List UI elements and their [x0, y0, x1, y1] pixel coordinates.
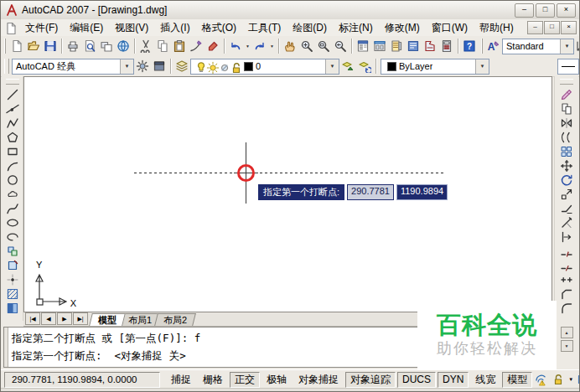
insert-block-button[interactable] [4, 244, 21, 258]
construction-line-button[interactable] [4, 101, 21, 116]
zoom-window-button[interactable] [315, 38, 332, 54]
next-tab-button[interactable]: ▶ [57, 312, 72, 325]
communication-center-button[interactable]: ! [533, 372, 548, 387]
toolbar-grip[interactable] [560, 79, 573, 85]
status-flyout-button[interactable]: ▼ [568, 377, 573, 382]
qnew-button[interactable] [8, 38, 25, 54]
paste-button[interactable] [171, 38, 188, 54]
dropdown-arrow-icon[interactable]: ▼ [560, 39, 573, 54]
zoom-previous-button[interactable] [332, 38, 349, 54]
coordinate-readout[interactable]: 290.7781, 1190.9894, 0.0000 [4, 372, 160, 388]
scroll-down-button[interactable]: ▼ [561, 340, 573, 352]
toolbar-grip[interactable] [6, 79, 19, 85]
toolbar-grip[interactable] [481, 39, 483, 54]
design-center-button[interactable] [371, 38, 388, 54]
match-properties-button[interactable] [188, 38, 205, 54]
last-tab-button[interactable]: ▶| [73, 312, 88, 325]
trim-button[interactable] [558, 215, 575, 230]
clean-screen-button[interactable] [576, 372, 580, 387]
menu-help[interactable]: 帮助(H) [474, 19, 520, 37]
close-button[interactable]: × [557, 3, 576, 18]
workspace-settings-button[interactable] [134, 58, 151, 75]
zoom-realtime-button[interactable] [298, 38, 315, 54]
rotate-button[interactable] [558, 173, 575, 187]
break-button[interactable] [558, 258, 575, 272]
join-button[interactable] [558, 272, 575, 286]
help-button[interactable]: ? [461, 38, 478, 54]
revision-cloud-button[interactable] [4, 187, 21, 201]
chamfer-button[interactable] [558, 286, 575, 301]
color-dropdown[interactable]: ByLayer ▼ [381, 59, 489, 75]
plot-preview-button[interactable] [81, 38, 98, 54]
offset-button[interactable] [558, 130, 575, 144]
tab-layout2[interactable]: 布局2 [154, 313, 196, 326]
menu-view[interactable]: 视图(V) [109, 19, 154, 37]
move-button[interactable] [558, 158, 575, 173]
dynamic-input-y-field[interactable]: 1190.9894 [396, 184, 448, 200]
3d-dwf-button[interactable] [115, 38, 132, 54]
dynamic-input-x-field[interactable]: 290.7781 [347, 184, 394, 200]
toggle-otrack[interactable]: 对象追踪 [345, 372, 396, 388]
copy-mod-button[interactable] [558, 101, 575, 116]
polyline-button[interactable] [4, 116, 21, 130]
mdi-restore-button[interactable]: □ [544, 21, 560, 34]
menu-edit[interactable]: 编辑(E) [64, 19, 109, 37]
toggle-ducs[interactable]: DUCS [397, 372, 436, 388]
undo-flyout-button[interactable]: ▼ [244, 38, 251, 54]
toggle-ortho[interactable]: 正交 [230, 372, 260, 388]
menu-modify[interactable]: 修改(M) [379, 19, 426, 37]
toggle-polar[interactable]: 极轴 [262, 372, 292, 388]
dashed-line-entity[interactable] [134, 173, 446, 173]
save-button[interactable] [42, 38, 59, 54]
drawing-canvas[interactable]: 指定第一个打断点: 290.7781 1190.9894 Y X [23, 76, 552, 312]
tool-palettes-button[interactable] [388, 38, 405, 54]
fillet-button[interactable] [558, 301, 575, 315]
break-at-point-button[interactable] [558, 244, 575, 258]
menu-insert[interactable]: 插入(I) [154, 19, 195, 37]
make-block-button[interactable] [4, 258, 21, 272]
layer-on-icon[interactable] [194, 61, 205, 72]
tab-model[interactable]: 模型 [89, 313, 126, 326]
toggle-dyn[interactable]: DYN [438, 372, 469, 388]
prev-tab-button[interactable]: ◀ [41, 312, 56, 325]
dropdown-arrow-icon[interactable]: ▼ [120, 59, 133, 74]
array-button[interactable] [558, 144, 575, 158]
menu-tools[interactable]: 工具(T) [242, 19, 287, 37]
menu-draw[interactable]: 绘图(D) [287, 19, 333, 37]
layer-thaw-icon[interactable] [206, 61, 217, 72]
toolbar-grip[interactable] [4, 39, 6, 54]
undo-button[interactable] [227, 38, 244, 54]
pan-button[interactable] [282, 38, 298, 54]
dim-style-button[interactable] [574, 38, 579, 54]
sheet-set-manager-button[interactable] [405, 38, 422, 54]
dropdown-arrow-icon[interactable]: ▼ [325, 59, 339, 74]
layer-unlock-icon[interactable] [230, 61, 241, 72]
scroll-up-button[interactable]: ▲ [561, 327, 573, 338]
stretch-button[interactable] [558, 201, 575, 215]
scale-button[interactable] [558, 187, 575, 201]
rectangle-button[interactable] [4, 144, 21, 158]
gradient-button[interactable] [4, 301, 21, 315]
text-style-manager-button[interactable]: A [485, 38, 502, 54]
open-button[interactable] [25, 38, 42, 54]
layer-vpfreeze-icon[interactable] [218, 61, 229, 72]
minimize-button[interactable]: – [515, 3, 534, 18]
markup-set-manager-button[interactable] [422, 38, 438, 54]
redo-flyout-button[interactable]: ▼ [268, 38, 276, 54]
dropdown-arrow-icon[interactable]: ▼ [475, 59, 489, 74]
toolbar-lock-button[interactable] [551, 372, 566, 387]
circle-button[interactable] [4, 173, 21, 187]
layer-properties-button[interactable] [173, 58, 190, 75]
redo-button[interactable] [251, 38, 268, 54]
extend-button[interactable] [558, 230, 575, 244]
linetype-dropdown[interactable] [557, 59, 579, 75]
cut-button[interactable] [137, 38, 154, 54]
maximize-button[interactable]: □ [536, 3, 555, 18]
point-button[interactable] [4, 272, 21, 286]
mdi-minimize-button[interactable]: – [527, 21, 543, 34]
hatch-button[interactable] [4, 286, 21, 301]
toggle-grid[interactable]: 栅格 [198, 372, 228, 388]
ellipse-button[interactable] [4, 215, 21, 230]
toggle-snap[interactable]: 捕捉 [166, 372, 196, 388]
mirror-button[interactable] [558, 116, 575, 130]
